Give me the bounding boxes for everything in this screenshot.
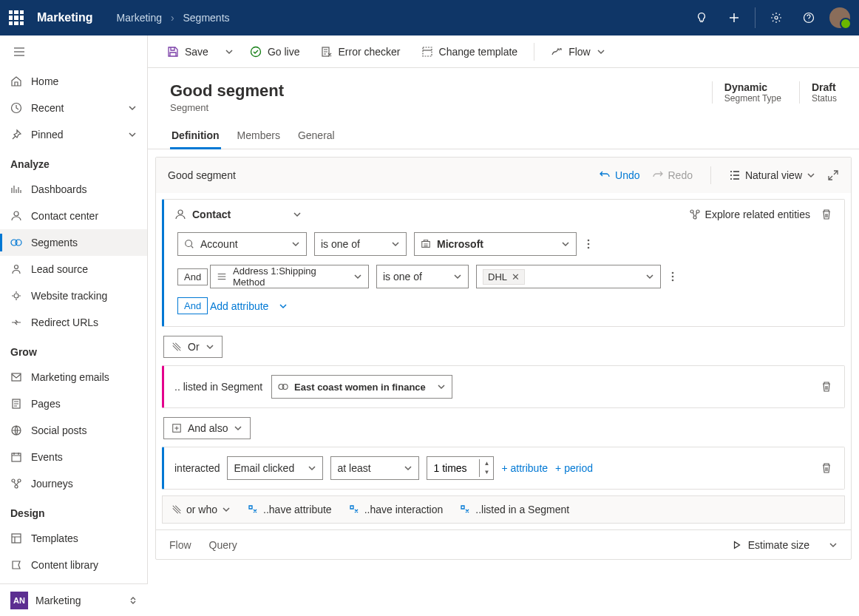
sidebar-item-home[interactable]: Home xyxy=(0,68,147,95)
change-template-button[interactable]: Change template xyxy=(414,41,526,62)
estimate-size-button[interactable]: Estimate size xyxy=(732,539,838,551)
help-icon[interactable] xyxy=(794,3,824,33)
form-tabs: Definition Members General xyxy=(148,113,859,149)
listed-in-segment-button[interactable]: ..listed in a Segment xyxy=(459,504,569,515)
gear-icon[interactable] xyxy=(761,3,791,33)
explore-related-entities-button[interactable]: Explore related entities xyxy=(689,209,810,220)
delete-icon[interactable] xyxy=(821,381,832,393)
remove-tag-icon[interactable]: ✕ xyxy=(512,271,520,282)
sidebar-item-label: Lead source xyxy=(31,263,88,275)
tab-general[interactable]: General xyxy=(296,125,336,149)
add-attribute-link[interactable]: + attribute xyxy=(501,462,548,474)
add-condition-row: And Add attribute xyxy=(177,297,834,314)
delete-icon[interactable] xyxy=(821,209,832,220)
have-attribute-button[interactable]: ..have attribute xyxy=(247,504,332,515)
value-multiselect[interactable]: DHL✕ xyxy=(476,265,661,288)
operator-select[interactable]: is one of xyxy=(314,232,407,256)
sidebar-item-journeys[interactable]: Journeys xyxy=(0,470,147,497)
home-icon xyxy=(10,75,22,87)
count-spinner[interactable]: ▲▼ xyxy=(427,456,494,480)
sidebar-section-grow: Grow xyxy=(0,340,147,364)
svg-point-25 xyxy=(588,240,590,242)
sidebar-item-contact-center[interactable]: Contact center xyxy=(0,203,147,229)
svg-point-16 xyxy=(251,47,260,56)
more-icon[interactable] xyxy=(668,268,677,285)
chevron-down-icon[interactable] xyxy=(276,299,291,314)
sidebar-item-pages[interactable]: Pages xyxy=(0,390,147,417)
save-dropdown[interactable] xyxy=(222,43,237,61)
sidebar-item-redirect-urls[interactable]: Redirect URLs xyxy=(0,309,147,336)
plus-icon[interactable] xyxy=(719,3,749,33)
svg-rect-11 xyxy=(12,453,21,461)
tab-members[interactable]: Members xyxy=(236,125,282,149)
library-icon xyxy=(10,559,22,571)
flow-button[interactable]: Flow xyxy=(543,41,613,62)
sidebar-item-label: Recent xyxy=(31,102,64,114)
spin-down-icon[interactable]: ▼ xyxy=(480,468,493,477)
spin-up-icon[interactable]: ▲ xyxy=(480,459,493,468)
error-checker-button[interactable]: Error checker xyxy=(313,41,408,62)
person-icon xyxy=(174,209,186,220)
field-select[interactable]: Address 1:Shipping Method xyxy=(210,265,369,288)
social-icon xyxy=(10,424,22,436)
field-select[interactable]: Account xyxy=(177,232,307,256)
sidebar-item-website-tracking[interactable]: Website tracking xyxy=(0,282,147,309)
sidebar-item-pinned[interactable]: Pinned xyxy=(0,121,147,148)
sidebar-item-events[interactable]: Events xyxy=(0,444,147,470)
pin-icon xyxy=(10,129,22,141)
sidebar-item-segments[interactable]: Segments xyxy=(0,229,147,256)
app-launcher-icon[interactable] xyxy=(9,10,24,25)
sidebar-item-label: Home xyxy=(31,75,58,87)
sidebar-item-social-posts[interactable]: Social posts xyxy=(0,417,147,444)
sidebar-item-content-library[interactable]: Content library xyxy=(0,552,147,578)
sidebar-section-analyze: Analyze xyxy=(0,152,147,176)
have-interaction-button[interactable]: ..have interaction xyxy=(348,504,444,515)
and-pill[interactable]: And xyxy=(177,297,208,314)
tab-definition[interactable]: Definition xyxy=(170,125,221,149)
breadcrumb-item[interactable]: Segments xyxy=(183,12,230,24)
andalso-combiner[interactable]: And also xyxy=(163,417,251,439)
app-title: Marketing xyxy=(37,11,93,24)
command-bar: Save Go live Error checker Change templa… xyxy=(148,35,859,68)
condition-row: Account is one of Microsoft xyxy=(177,232,834,256)
add-period-link[interactable]: + period xyxy=(555,462,593,474)
footer-tab-query[interactable]: Query xyxy=(209,539,237,551)
go-live-button[interactable]: Go live xyxy=(242,41,308,62)
tag: DHL✕ xyxy=(483,269,525,285)
header-meta-segment-type: Dynamic Segment Type xyxy=(712,81,781,104)
sidebar-item-templates[interactable]: Templates xyxy=(0,525,147,552)
value-lookup[interactable]: Microsoft xyxy=(414,232,577,256)
interaction-operator[interactable]: at least xyxy=(330,456,419,480)
chevron-right-icon: › xyxy=(171,12,174,24)
save-button[interactable]: Save xyxy=(160,41,216,62)
or-who-button[interactable]: or who xyxy=(172,504,231,515)
or-who-bar: or who ..have attribute ..have interacti… xyxy=(162,495,845,524)
segment-lookup[interactable]: East coast women in finance xyxy=(271,375,452,399)
sidebar-item-lead-source[interactable]: Lead source xyxy=(0,256,147,282)
add-attribute-link[interactable]: Add attribute xyxy=(210,300,268,312)
clock-icon xyxy=(10,102,22,114)
chevron-down-icon[interactable] xyxy=(290,207,305,222)
query-builder: Contact Explore related entities xyxy=(156,193,851,529)
svg-point-0 xyxy=(775,16,778,19)
delete-icon[interactable] xyxy=(821,462,832,474)
count-input[interactable] xyxy=(427,457,479,479)
expand-icon[interactable] xyxy=(827,169,839,181)
page-title: Good segment xyxy=(170,81,284,101)
svg-point-30 xyxy=(672,280,674,282)
view-mode-dropdown[interactable]: Natural view xyxy=(729,169,815,181)
more-icon[interactable] xyxy=(584,235,593,253)
hamburger-icon[interactable] xyxy=(0,35,147,68)
interaction-select[interactable]: Email clicked xyxy=(227,456,323,480)
operator-select[interactable]: is one of xyxy=(376,265,469,288)
sidebar-item-marketing-emails[interactable]: Marketing emails xyxy=(0,364,147,390)
sidebar-item-dashboards[interactable]: Dashboards xyxy=(0,176,147,203)
lightbulb-icon[interactable] xyxy=(687,3,716,33)
or-combiner[interactable]: Or xyxy=(163,336,223,358)
undo-button[interactable]: Undo xyxy=(599,169,639,181)
environment-switcher[interactable]: AN Marketing xyxy=(0,583,148,616)
breadcrumb-item[interactable]: Marketing xyxy=(117,12,162,24)
avatar[interactable] xyxy=(829,7,850,28)
footer-tab-flow[interactable]: Flow xyxy=(169,539,191,551)
sidebar-item-recent[interactable]: Recent xyxy=(0,95,147,121)
